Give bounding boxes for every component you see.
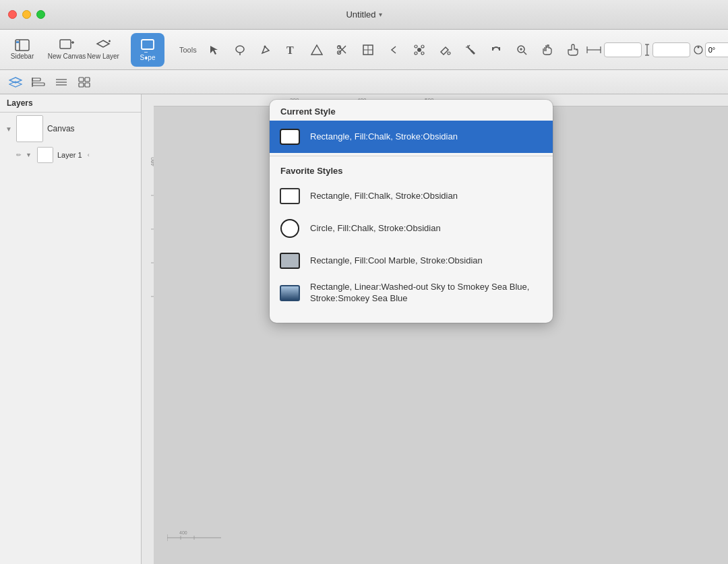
fav-preview-3 [278,281,302,305]
zoom-tool[interactable] [510,38,534,62]
width-icon [586,45,601,55]
grid-icon [362,44,374,56]
prev-tool[interactable] [382,38,406,62]
current-style-item[interactable]: Rectangle, Fill:Chalk, Stroke:Obsidian [270,121,553,153]
lasso-tool[interactable] [228,38,252,62]
magic-icon [464,44,477,56]
grid-view-icon [78,77,91,88]
ruler-v-marks: 400 [142,94,154,564]
scissors-icon [336,44,348,56]
style-icon [140,38,155,53]
tools-label: Tools [179,46,197,54]
layers-header: Layers [0,94,141,113]
magnet-tool[interactable] [484,38,508,62]
svg-point-25 [448,52,450,55]
current-style-preview [278,125,302,149]
fav-preview-1 [278,216,302,241]
minimize-button[interactable] [22,10,31,19]
svg-text:T: T [286,44,294,56]
new-canvas-button[interactable]: New Canvas [50,33,84,67]
svg-rect-52 [79,77,84,82]
window-title[interactable]: Untitled ▾ [346,9,382,20]
title-chevron-icon: ▾ [379,11,382,18]
svg-rect-54 [79,83,84,87]
fav-label-0: Rectangle, Fill:Chalk, Stroke:Obsidian [310,191,458,202]
new-layer-button[interactable]: New Layer [86,33,120,67]
layer1-thumbnail [37,147,53,163]
scissors-tool[interactable] [330,38,355,62]
style-button[interactable]: S♦pe [131,33,164,67]
svg-point-21 [415,45,417,48]
pen-icon [260,44,272,56]
text-icon: T [285,44,297,56]
layers-btn[interactable] [5,73,26,91]
list-view-icon [55,77,68,88]
svg-point-12 [264,45,266,47]
node-icon [413,44,425,56]
svg-rect-46 [32,78,40,81]
fav-preview-2 [278,249,302,273]
svg-point-23 [415,52,417,55]
svg-marker-45 [9,82,22,87]
fav-label-1: Circle, Fill:Chalk, Stroke:Obsidian [310,223,441,234]
grid-tool[interactable] [356,38,380,62]
svg-text:400: 400 [179,530,187,535]
favorite-styles-header: Favorite Styles [270,159,553,180]
grid-view-btn[interactable] [74,73,94,91]
svg-marker-44 [9,77,22,83]
align-left-icon [32,77,45,88]
svg-rect-55 [85,83,90,87]
svg-marker-14 [311,45,322,55]
svg-point-43 [697,46,699,48]
list-view-btn[interactable] [51,73,71,91]
pen-tool[interactable] [253,38,278,62]
layer1-collapse-icon: ‹ [88,152,90,158]
style-dropdown: Current Style Rectangle, Fill:Chalk, Str… [270,100,553,323]
bottom-ruler-svg: 400 [167,528,221,548]
fav-style-item-3[interactable]: Rectangle, Linear:Washed-out Sky to Smok… [270,277,553,309]
shape-tool[interactable] [305,38,329,62]
sidebar-button[interactable]: Sidebar [5,33,39,67]
node-tool[interactable] [407,38,431,62]
traffic-lights [8,10,45,19]
fav-label-2: Rectangle, Fill:Cool Marble, Stroke:Obsi… [310,255,483,267]
layer1-name-label: Layer 1 [57,151,82,159]
paint-icon [439,44,451,56]
fav-style-item-1[interactable]: Circle, Fill:Chalk, Stroke:Obsidian [270,212,553,245]
canvas-area[interactable]: 400 300 400 500 [142,94,728,564]
canvas-layer-item[interactable]: ▼ Canvas [0,113,141,145]
height-field [653,42,690,57]
svg-point-22 [421,45,424,48]
chevron-left-icon [390,45,397,55]
svg-point-20 [417,48,421,52]
fav-style-item-0[interactable]: Rectangle, Fill:Chalk, Stroke:Obsidian [270,180,553,212]
arrow-tool[interactable] [202,38,226,62]
tools-group: Tools T [175,38,728,62]
svg-line-33 [524,52,526,55]
dropdown-bottom-pad [270,309,553,323]
maximize-button[interactable] [36,10,45,19]
fav-preview-0 [278,184,302,208]
titlebar: Untitled ▾ [0,0,728,30]
current-preview-rect [280,129,300,145]
align-left-btn[interactable] [28,73,49,91]
layer1-item[interactable]: ✏ ▼ Layer 1 ‹ [0,145,141,165]
rotation-input[interactable] [705,42,728,57]
style-label: S♦pe [140,54,156,61]
magic-tool[interactable] [458,38,483,62]
fav-preview-rect-gray-2 [280,253,300,269]
close-button[interactable] [8,10,17,19]
dropdown-divider [270,156,553,156]
pan-icon [541,44,553,56]
pointer-tool[interactable] [561,38,585,62]
paint-tool[interactable] [433,38,457,62]
svg-rect-47 [32,83,44,86]
canvas-name-label: Canvas [47,124,75,133]
text-tool[interactable]: T [279,38,303,62]
new-canvas-label: New Canvas [48,53,86,60]
fav-label-3: Rectangle, Linear:Washed-out Sky to Smok… [310,282,545,305]
pan-tool[interactable] [535,38,559,62]
height-input[interactable] [653,42,690,57]
fav-style-item-2[interactable]: Rectangle, Fill:Cool Marble, Stroke:Obsi… [270,245,553,277]
width-input[interactable] [604,42,642,57]
